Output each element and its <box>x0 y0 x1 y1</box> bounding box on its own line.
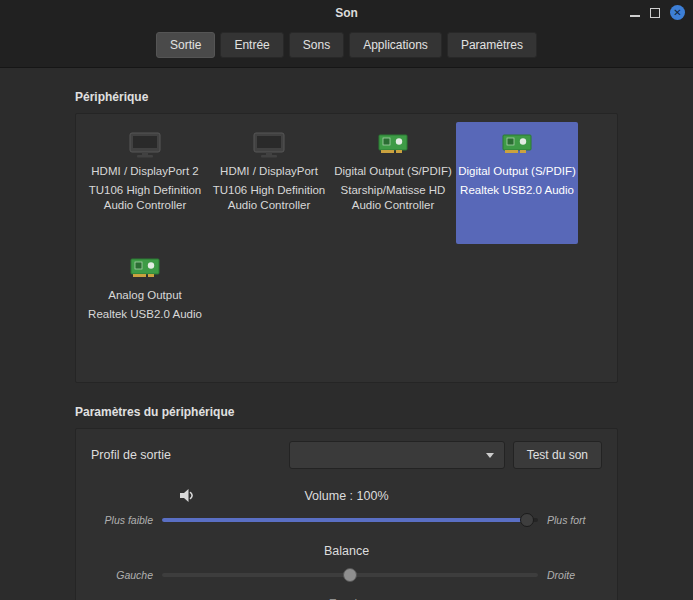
volume-min-label: Plus faible <box>91 514 162 526</box>
device-detail: Realtek USB2.0 Audio <box>460 183 574 198</box>
balance-right-label: Droite <box>538 569 602 581</box>
tab-applications[interactable]: Applications <box>349 32 442 58</box>
tab-sons[interactable]: Sons <box>289 32 344 58</box>
settings-section-title: Paramètres du périphérique <box>75 405 618 419</box>
output-profile-row: Profil de sortie Test du son <box>91 441 602 469</box>
device-detail: TU106 High Definition Audio Controller <box>210 183 328 213</box>
main-content: Périphérique HDMI / DisplayPort 2 TU106 … <box>0 90 693 600</box>
sound-settings-window: Son ✕ Sortie Entrée Sons Applications Pa… <box>0 0 693 600</box>
device-item-selected[interactable]: Digital Output (S/PDIF) Realtek USB2.0 A… <box>456 122 578 244</box>
sound-card-icon <box>497 130 537 160</box>
device-grid: HDMI / DisplayPort 2 TU106 High Definiti… <box>76 114 616 382</box>
volume-max-label: Plus fort <box>538 514 602 526</box>
device-item[interactable]: Analog Output Realtek USB2.0 Audio <box>84 246 206 368</box>
display-icon <box>249 130 289 160</box>
device-detail: Starship/Matisse HD Audio Controller <box>334 183 452 213</box>
device-name: Analog Output <box>108 288 182 303</box>
chevron-down-icon <box>486 453 494 458</box>
output-profile-select[interactable] <box>289 441 505 469</box>
device-detail: Realtek USB2.0 Audio <box>88 307 202 322</box>
device-item[interactable]: Digital Output (S/PDIF) Starship/Matisse… <box>332 122 454 244</box>
display-icon <box>125 130 165 160</box>
device-name: HDMI / DisplayPort <box>220 164 318 179</box>
volume-slider-handle[interactable] <box>520 513 534 527</box>
close-icon[interactable]: ✕ <box>670 5 685 20</box>
volume-slider-row: Plus faible Plus fort <box>91 512 602 527</box>
sound-card-icon <box>373 130 413 160</box>
balance-slider-row: Gauche Droite <box>91 567 602 582</box>
settings-panel: Profil de sortie Test du son Volume : 10… <box>75 428 618 600</box>
device-name: HDMI / DisplayPort 2 <box>91 164 198 179</box>
balance-left-label: Gauche <box>91 569 162 581</box>
tab-sortie[interactable]: Sortie <box>156 32 215 58</box>
sound-card-icon <box>125 254 165 284</box>
balance-label: Balance <box>91 544 602 558</box>
window-title: Son <box>0 6 693 20</box>
device-name: Digital Output (S/PDIF) <box>334 164 452 179</box>
device-panel: HDMI / DisplayPort 2 TU106 High Definiti… <box>75 113 618 383</box>
volume-slider[interactable] <box>162 512 538 527</box>
window-header: Son ✕ Sortie Entrée Sons Applications Pa… <box>0 0 693 68</box>
balance-slider-handle[interactable] <box>343 568 357 582</box>
titlebar[interactable]: Son ✕ <box>0 0 693 25</box>
device-section-title: Périphérique <box>75 90 618 104</box>
volume-header: Volume : 100% <box>91 489 602 503</box>
maximize-icon[interactable] <box>650 8 660 18</box>
balance-block: Balance Gauche Droite <box>91 544 602 582</box>
window-controls: ✕ <box>630 0 685 25</box>
minimize-icon[interactable] <box>630 15 640 17</box>
output-profile-label: Profil de sortie <box>91 448 171 462</box>
tab-bar: Sortie Entrée Sons Applications Paramètr… <box>0 25 693 67</box>
tab-parametres[interactable]: Paramètres <box>447 32 537 58</box>
speaker-volume-icon <box>179 488 196 507</box>
balance-slider[interactable] <box>162 567 538 582</box>
device-name: Digital Output (S/PDIF) <box>458 164 576 179</box>
device-detail: TU106 High Definition Audio Controller <box>86 183 204 213</box>
volume-value-label: Volume : 100% <box>91 489 602 503</box>
device-item[interactable]: HDMI / DisplayPort TU106 High Definition… <box>208 122 330 244</box>
device-item[interactable]: HDMI / DisplayPort 2 TU106 High Definiti… <box>84 122 206 244</box>
tab-entree[interactable]: Entrée <box>220 32 283 58</box>
sound-test-button[interactable]: Test du son <box>513 441 602 469</box>
